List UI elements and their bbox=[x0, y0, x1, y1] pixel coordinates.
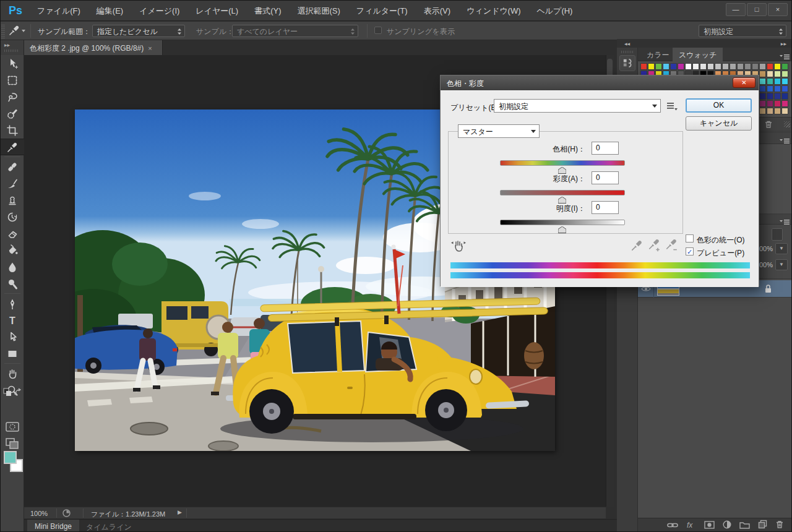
new-layer-icon[interactable] bbox=[758, 520, 767, 531]
preset-options-icon[interactable] bbox=[666, 101, 678, 114]
tab-mini-bridge[interactable]: Mini Bridge bbox=[27, 520, 79, 532]
preview-checkbox[interactable]: ✓ bbox=[686, 247, 694, 255]
swatch[interactable] bbox=[655, 63, 662, 70]
status-icon[interactable] bbox=[62, 509, 71, 518]
hue-input[interactable]: 0 bbox=[592, 142, 619, 155]
eyedropper-add-icon[interactable] bbox=[647, 239, 661, 255]
hue-slider-thumb[interactable] bbox=[558, 165, 566, 172]
options-grip[interactable] bbox=[1, 24, 5, 38]
tool-history-brush[interactable] bbox=[1, 208, 24, 225]
link-layers-icon[interactable] bbox=[667, 520, 678, 531]
tool-preset-arrow-icon[interactable] bbox=[22, 30, 25, 32]
document-tab[interactable]: 色相彩度 2 .jpg @ 100% (RGB/8#)× bbox=[24, 40, 163, 55]
swatch[interactable] bbox=[670, 63, 677, 70]
tool-pen[interactable] bbox=[1, 295, 24, 312]
tool-move[interactable] bbox=[1, 55, 24, 72]
menu-item[interactable]: レイヤー(L) bbox=[187, 6, 246, 17]
status-menu-arrow-icon[interactable]: ▶ bbox=[178, 509, 182, 515]
swatch[interactable] bbox=[700, 63, 707, 70]
swatch[interactable] bbox=[730, 63, 736, 70]
tool-crop[interactable] bbox=[1, 122, 24, 139]
panel-grip[interactable] bbox=[621, 51, 634, 53]
swatch[interactable] bbox=[774, 78, 781, 85]
swatch[interactable] bbox=[737, 63, 744, 70]
eyedropper-options-icon[interactable] bbox=[8, 24, 20, 39]
close-button[interactable]: × bbox=[768, 3, 788, 16]
saturation-input[interactable]: 0 bbox=[592, 171, 619, 184]
colorize-checkbox[interactable] bbox=[686, 234, 694, 242]
swap-colors-icon[interactable] bbox=[3, 388, 22, 399]
eyedropper-subtract-icon[interactable] bbox=[665, 239, 678, 255]
tool-eraser[interactable] bbox=[1, 225, 24, 242]
dialog-close-button[interactable]: ✕ bbox=[733, 77, 755, 88]
swatch[interactable] bbox=[759, 93, 766, 100]
toolbar-collapse-button[interactable]: ▶▶ bbox=[1, 40, 24, 55]
expand-panels-icon[interactable]: ▶▶ bbox=[781, 41, 786, 46]
swatch[interactable] bbox=[774, 93, 781, 100]
delete-layer-icon[interactable] bbox=[775, 520, 784, 531]
zoom-level[interactable]: 100% bbox=[30, 510, 48, 517]
swatch[interactable] bbox=[752, 63, 759, 70]
screen-mode-icon[interactable] bbox=[6, 437, 19, 452]
minimize-button[interactable]: — bbox=[726, 3, 746, 16]
swatch[interactable] bbox=[767, 100, 773, 107]
tool-dodge[interactable] bbox=[1, 275, 24, 292]
menu-item[interactable]: フィルター(T) bbox=[348, 6, 416, 17]
eyedropper-sample-icon[interactable] bbox=[630, 239, 644, 255]
quick-mask-icon[interactable] bbox=[6, 421, 19, 435]
swatch[interactable] bbox=[774, 108, 781, 114]
ok-button[interactable]: OK bbox=[686, 98, 752, 113]
fill-arrow-icon[interactable]: ▼ bbox=[775, 259, 788, 270]
swatch[interactable] bbox=[759, 63, 766, 70]
tool-spot-healing[interactable] bbox=[1, 158, 24, 175]
maximize-button[interactable]: □ bbox=[747, 3, 767, 16]
swatch[interactable] bbox=[774, 100, 781, 107]
menu-item[interactable]: 選択範囲(S) bbox=[290, 6, 348, 17]
adjustment-layer-icon[interactable] bbox=[723, 520, 731, 531]
tool-eyedropper[interactable] bbox=[1, 139, 24, 155]
tool-marquee[interactable] bbox=[1, 72, 24, 88]
workspace-select[interactable]: 初期設定 bbox=[699, 25, 786, 37]
swatch[interactable] bbox=[759, 100, 766, 107]
tab-timeline[interactable]: タイムライン bbox=[79, 520, 139, 532]
swatch[interactable] bbox=[759, 85, 766, 92]
swatch[interactable] bbox=[781, 78, 788, 85]
panel-resize-grip[interactable] bbox=[784, 121, 790, 127]
swatch[interactable] bbox=[781, 85, 788, 92]
channel-select[interactable]: マスター bbox=[458, 124, 540, 138]
foreground-color-swatch[interactable] bbox=[4, 451, 17, 464]
sample-range-select[interactable]: 指定したピクセル bbox=[92, 25, 185, 37]
swatch[interactable] bbox=[781, 93, 788, 100]
swatch[interactable] bbox=[767, 93, 773, 100]
collapse-panels-icon[interactable]: ◀◀ bbox=[624, 41, 630, 46]
swatch[interactable] bbox=[767, 85, 773, 92]
swatch[interactable] bbox=[685, 63, 692, 70]
swatch[interactable] bbox=[767, 78, 773, 85]
tool-quick-select[interactable] bbox=[1, 105, 24, 122]
swatch[interactable] bbox=[722, 63, 729, 70]
layer-group-icon[interactable] bbox=[739, 520, 750, 531]
tool-clone-stamp[interactable] bbox=[1, 192, 24, 208]
swatch[interactable] bbox=[781, 100, 788, 107]
scrubby-hand-icon[interactable] bbox=[450, 238, 467, 256]
menu-item[interactable]: イメージ(I) bbox=[131, 6, 187, 17]
tab-color[interactable]: カラー bbox=[640, 48, 676, 61]
swatch[interactable] bbox=[774, 85, 781, 92]
tool-blur[interactable] bbox=[1, 259, 24, 275]
swatch[interactable] bbox=[759, 78, 766, 85]
collapsed-history-panel-icon[interactable] bbox=[619, 55, 635, 71]
tool-paint-bucket[interactable] bbox=[1, 242, 24, 259]
swatch[interactable] bbox=[707, 63, 714, 70]
tool-lasso[interactable] bbox=[1, 88, 24, 105]
swatch[interactable] bbox=[781, 71, 788, 77]
show-sampling-ring-checkbox[interactable] bbox=[374, 27, 382, 34]
cancel-button[interactable]: キャンセル bbox=[686, 116, 752, 131]
lightness-input[interactable]: 0 bbox=[592, 201, 619, 214]
swatch[interactable] bbox=[774, 71, 781, 77]
menu-item[interactable]: ファイル(F) bbox=[29, 6, 88, 17]
layer-lock-button[interactable] bbox=[772, 228, 783, 241]
opacity-arrow-icon[interactable]: ▼ bbox=[775, 243, 788, 254]
swatch[interactable] bbox=[692, 63, 699, 70]
swatch[interactable] bbox=[774, 63, 781, 70]
swatch[interactable] bbox=[759, 71, 766, 77]
